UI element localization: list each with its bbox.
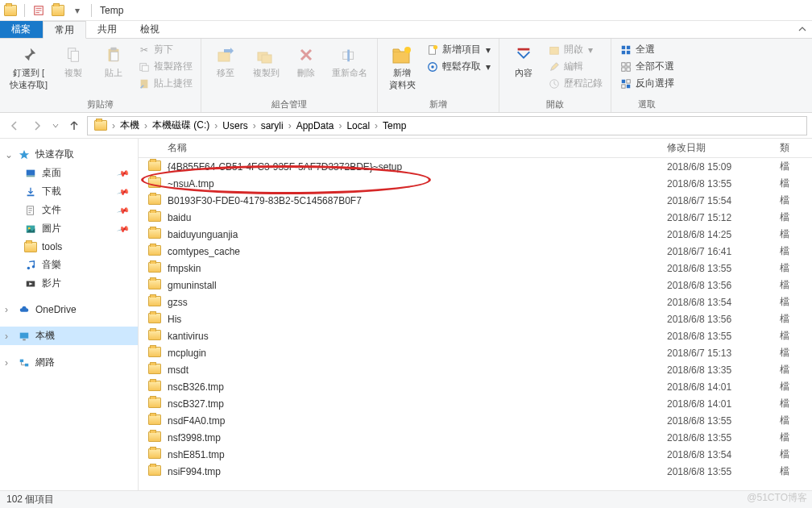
sidebar-item[interactable]: 影片: [0, 274, 138, 293]
sidebar-item[interactable]: 圖片📌: [0, 219, 138, 238]
breadcrumb-sep[interactable]: ›: [251, 120, 258, 131]
table-row[interactable]: nshE851.tmp2018/6/8 13:54檔: [139, 446, 812, 463]
file-name: His: [168, 314, 667, 325]
breadcrumb-segment[interactable]: Temp: [379, 117, 409, 135]
sidebar-item-icon: [24, 204, 37, 217]
sidebar-this-pc-label: 本機: [35, 329, 55, 343]
address-bar: › 本機›本機磁碟 (C:)›Users›saryli›AppData›Loca…: [0, 113, 812, 139]
table-row[interactable]: {4B855F64-CB51-4FC3-935F-5AF7D3372BDE}~s…: [139, 158, 812, 175]
breadcrumb-sep[interactable]: ›: [373, 120, 379, 131]
table-row[interactable]: fmpskin2018/6/8 13:55檔: [139, 260, 812, 277]
sidebar-this-pc[interactable]: › 本機: [0, 327, 138, 345]
table-row[interactable]: mcplugin2018/6/7 15:13檔: [139, 344, 812, 361]
table-row[interactable]: baidu2018/6/7 15:12檔: [139, 209, 812, 226]
breadcrumb-segment[interactable]: AppData: [293, 117, 338, 135]
paste-label: 貼上: [105, 68, 122, 78]
nav-back-button[interactable]: [5, 116, 24, 135]
select-all-button[interactable]: 全選: [618, 42, 676, 57]
new-folder-button[interactable]: 新增 資料夾: [384, 42, 420, 92]
table-row[interactable]: gzss2018/6/8 13:54檔: [139, 294, 812, 310]
open-icon: [548, 44, 561, 56]
tab-home[interactable]: 常用: [43, 21, 86, 39]
breadcrumb-segment[interactable]: Local: [343, 117, 373, 135]
folder-app-icon[interactable]: [2, 2, 19, 19]
table-row[interactable]: ~nsuA.tmp2018/6/8 13:55檔: [139, 175, 812, 192]
rename-button[interactable]: 重新命名: [329, 42, 371, 80]
breadcrumb-sep[interactable]: ›: [110, 120, 117, 131]
history-icon: [548, 77, 561, 90]
folder-icon: [148, 414, 163, 427]
delete-button[interactable]: 刪除: [288, 42, 324, 80]
qat-properties-icon[interactable]: [30, 2, 48, 19]
new-item-button[interactable]: 新增項目▾: [425, 42, 492, 57]
copy-path-button[interactable]: 複製路徑: [136, 59, 194, 74]
open-button[interactable]: 開啟▾: [546, 42, 604, 57]
table-row[interactable]: msdt2018/6/8 13:35檔: [139, 361, 812, 378]
breadcrumb-segment[interactable]: Users: [219, 117, 251, 135]
qat-new-folder-icon[interactable]: [49, 2, 67, 19]
sidebar-item[interactable]: 音樂: [0, 256, 138, 274]
table-row[interactable]: nscB326.tmp2018/6/8 14:01檔: [139, 378, 812, 395]
chevron-down-icon[interactable]: ⌄: [5, 149, 13, 160]
table-row[interactable]: kantivirus2018/6/8 13:55檔: [139, 327, 812, 344]
sidebar-quick-access[interactable]: ⌄ 快速存取: [0, 145, 138, 164]
breadcrumb-sep[interactable]: ›: [143, 120, 149, 131]
pin-icon: 📌: [117, 167, 130, 180]
copy-to-button[interactable]: 複製到: [248, 42, 284, 80]
chevron-right-icon-2[interactable]: ›: [5, 331, 13, 342]
breadcrumb-segment[interactable]: saryli: [258, 117, 287, 135]
sidebar-onedrive-label: OneDrive: [35, 304, 77, 315]
invert-selection-button[interactable]: 反向選擇: [618, 76, 676, 91]
table-row[interactable]: His2018/6/8 13:56檔: [139, 310, 812, 327]
paste-button[interactable]: 貼上: [96, 42, 131, 80]
tab-view[interactable]: 檢視: [129, 21, 172, 38]
table-row[interactable]: nscB327.tmp2018/6/8 14:01檔: [139, 395, 812, 412]
nav-recent-button[interactable]: [50, 116, 61, 135]
breadcrumb-root-icon[interactable]: [91, 117, 110, 135]
sidebar-onedrive[interactable]: › OneDrive: [0, 301, 138, 319]
cut-button[interactable]: ✂剪下: [136, 42, 194, 57]
file-type: 檔: [780, 464, 812, 478]
file-type: 檔: [780, 210, 812, 224]
chevron-right-icon[interactable]: ›: [5, 304, 13, 315]
table-row[interactable]: nsf3998.tmp2018/6/8 13:55檔: [139, 429, 812, 446]
table-row[interactable]: B0193F30-FDE0-4179-83B2-5C145687B0F72018…: [139, 192, 812, 209]
sidebar-item[interactable]: tools: [0, 238, 138, 256]
move-to-button[interactable]: 移至: [208, 42, 243, 80]
history-button[interactable]: 歷程記錄: [546, 76, 604, 91]
pin-to-quick-access-button[interactable]: 釘選到 [ 快速存取]: [6, 42, 51, 92]
chevron-right-icon-3[interactable]: ›: [5, 357, 13, 369]
edit-button[interactable]: 編輯: [546, 59, 604, 74]
table-row[interactable]: nsiF994.tmp2018/6/8 13:55檔: [139, 463, 812, 480]
table-row[interactable]: comtypes_cache2018/6/7 16:41檔: [139, 243, 812, 260]
ribbon-collapse-icon[interactable]: [793, 21, 812, 38]
sidebar-network[interactable]: › 網路: [0, 353, 138, 372]
tab-share[interactable]: 共用: [86, 21, 129, 38]
breadcrumb-sep[interactable]: ›: [287, 120, 293, 131]
title-bar: ▾ Temp: [0, 0, 812, 21]
table-row[interactable]: baiduyunguanjia2018/6/8 14:25檔: [139, 226, 812, 243]
column-header-date[interactable]: 修改日期: [667, 141, 780, 155]
breadcrumb-sep[interactable]: ›: [337, 120, 343, 131]
file-type: 檔: [780, 244, 812, 258]
breadcrumb[interactable]: › 本機›本機磁碟 (C:)›Users›saryli›AppData›Loca…: [87, 116, 807, 135]
paste-shortcut-button[interactable]: 貼上捷徑: [136, 76, 194, 91]
sidebar-item[interactable]: 下載📌: [0, 182, 138, 201]
properties-button[interactable]: 內容: [506, 42, 541, 80]
table-row[interactable]: nsdF4A0.tmp2018/6/8 13:55檔: [139, 412, 812, 429]
easy-access-button[interactable]: 輕鬆存取▾: [425, 59, 492, 74]
breadcrumb-sep[interactable]: ›: [213, 120, 219, 131]
copy-button[interactable]: 複製: [56, 42, 91, 80]
tab-file[interactable]: 檔案: [0, 21, 43, 38]
sidebar-item[interactable]: 文件📌: [0, 201, 138, 219]
nav-forward-button[interactable]: [27, 116, 47, 135]
breadcrumb-segment[interactable]: 本機磁碟 (C:): [149, 117, 213, 135]
breadcrumb-segment[interactable]: 本機: [117, 117, 143, 135]
nav-up-button[interactable]: [64, 116, 84, 135]
qat-customize-icon[interactable]: ▾: [68, 2, 86, 19]
table-row[interactable]: gmuninstall2018/6/8 13:56檔: [139, 277, 812, 294]
column-header-name[interactable]: 名稱: [139, 141, 667, 155]
column-header-type[interactable]: 類: [780, 141, 812, 155]
sidebar-item[interactable]: 桌面📌: [0, 164, 138, 182]
select-none-button[interactable]: 全部不選: [618, 59, 676, 74]
